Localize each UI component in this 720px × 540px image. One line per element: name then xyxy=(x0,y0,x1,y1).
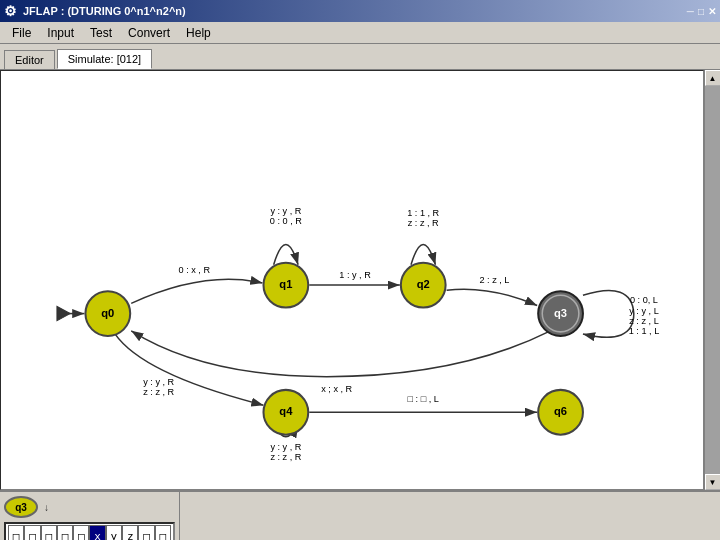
tab-editor[interactable]: Editor xyxy=(4,50,55,69)
minimize-button[interactable]: ─ xyxy=(687,6,694,17)
svg-text:y : y , R: y : y , R xyxy=(270,442,301,452)
tab-simulate[interactable]: Simulate: [012] xyxy=(57,49,152,69)
scroll-up-button[interactable]: ▲ xyxy=(705,70,721,86)
tape-cell-6: y xyxy=(106,525,122,540)
head-marker: ↓ xyxy=(44,502,49,513)
menu-file[interactable]: File xyxy=(4,24,39,42)
svg-text:q6: q6 xyxy=(554,405,567,417)
svg-text:0 : 0, L: 0 : 0, L xyxy=(630,295,658,305)
svg-text:y : y , R: y : y , R xyxy=(270,206,301,216)
menu-input[interactable]: Input xyxy=(39,24,82,42)
svg-text:2 : z , L: 2 : z , L xyxy=(479,275,509,285)
tape-cell-4: □ xyxy=(73,525,89,540)
svg-text:1 : y , R: 1 : y , R xyxy=(339,270,371,280)
menu-help[interactable]: Help xyxy=(178,24,219,42)
svg-text:z : z , R: z : z , R xyxy=(270,452,301,462)
menu-test[interactable]: Test xyxy=(82,24,120,42)
main-area: 0 : x , R y : y , R 0 : 0 , R 1 : y , R … xyxy=(0,70,720,490)
svg-text:1 : 1 , R: 1 : 1 , R xyxy=(407,208,439,218)
diagram-area: 0 : x , R y : y , R 0 : 0 , R 1 : y , R … xyxy=(0,70,704,490)
maximize-button[interactable]: □ xyxy=(698,6,704,17)
bottom-panel: q3 ↓ □ □ □ □ □ x y z □ □ xyxy=(0,490,720,540)
scroll-track[interactable] xyxy=(705,86,721,474)
svg-text:y : y , R: y : y , R xyxy=(143,377,174,387)
svg-text:z : z , R: z : z , R xyxy=(408,218,439,228)
scroll-down-button[interactable]: ▼ xyxy=(705,474,721,490)
turing-machine-diagram: 0 : x , R y : y , R 0 : 0 , R 1 : y , R … xyxy=(1,71,703,489)
tape-cell-7: z xyxy=(122,525,138,540)
tape-cell-1: □ xyxy=(24,525,40,540)
svg-text:q0: q0 xyxy=(101,307,114,319)
tab-bar: Editor Simulate: [012] xyxy=(0,44,720,70)
menu-convert[interactable]: Convert xyxy=(120,24,178,42)
svg-text:1 : 1 , L: 1 : 1 , L xyxy=(629,326,660,336)
svg-text:y : y , L: y : y , L xyxy=(629,306,658,316)
close-button[interactable]: ✕ xyxy=(708,6,716,17)
menu-bar: File Input Test Convert Help xyxy=(0,22,720,44)
scrollbar[interactable]: ▲ ▼ xyxy=(704,70,720,490)
tape-cell-9: □ xyxy=(155,525,171,540)
svg-text:0 : x , R: 0 : x , R xyxy=(179,265,211,275)
title-bar-controls: ─ □ ✕ xyxy=(687,6,716,17)
current-state-badge: q3 xyxy=(4,496,38,518)
svg-text:z : z , L: z : z , L xyxy=(629,316,658,326)
title-bar: ⚙ JFLAP : (DTURING 0^n1^n2^n) ─ □ ✕ xyxy=(0,0,720,22)
svg-text:q2: q2 xyxy=(417,278,430,290)
tape-display: □ □ □ □ □ x y z □ □ xyxy=(4,522,175,540)
svg-text:q4: q4 xyxy=(279,405,293,417)
svg-marker-3 xyxy=(57,306,70,320)
tape-cell-8: □ xyxy=(138,525,154,540)
svg-text:x ; x , R: x ; x , R xyxy=(321,384,352,394)
tape-panel-right xyxy=(180,492,720,540)
app-icon: ⚙ xyxy=(4,3,17,19)
tape-cell-3: □ xyxy=(57,525,73,540)
svg-text:□ : □ , L: □ : □ , L xyxy=(408,394,439,404)
svg-text:q3: q3 xyxy=(554,307,567,319)
svg-text:0 : 0 , R: 0 : 0 , R xyxy=(270,216,302,226)
tape-cell-0: □ xyxy=(8,525,24,540)
tape-panel: q3 ↓ □ □ □ □ □ x y z □ □ xyxy=(0,492,180,540)
window-title: JFLAP : (DTURING 0^n1^n2^n) xyxy=(23,5,186,17)
svg-text:q1: q1 xyxy=(279,278,292,290)
svg-text:z : z , R: z : z , R xyxy=(143,387,174,397)
tape-cell-5: x xyxy=(89,525,105,540)
tape-cell-2: □ xyxy=(41,525,57,540)
